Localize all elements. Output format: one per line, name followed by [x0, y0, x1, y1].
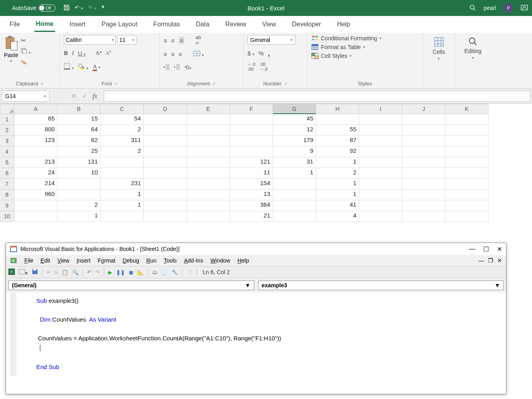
vba-menu-tools[interactable]: Tools: [164, 257, 177, 264]
row-header[interactable]: 6: [0, 168, 14, 179]
borders-icon[interactable]: ▾: [64, 63, 74, 71]
column-header[interactable]: G: [273, 104, 316, 114]
column-header[interactable]: C: [101, 104, 144, 114]
column-header[interactable]: J: [402, 104, 445, 114]
conditional-formatting-button[interactable]: Conditional Formatting ▾: [311, 35, 382, 41]
cell[interactable]: [101, 211, 144, 222]
cell[interactable]: 10: [57, 168, 101, 179]
vba-menu-window[interactable]: Window: [210, 257, 230, 264]
row-header[interactable]: 7: [0, 179, 14, 190]
cancel-formula-icon[interactable]: ✕: [71, 92, 76, 100]
cell[interactable]: [273, 211, 316, 222]
cell[interactable]: [359, 190, 402, 200]
cell[interactable]: [359, 157, 402, 168]
vba-undo-icon[interactable]: ↶: [87, 269, 91, 275]
cell[interactable]: 2: [101, 146, 144, 157]
cell[interactable]: 123: [14, 136, 57, 146]
cell[interactable]: 11: [230, 168, 273, 179]
cell[interactable]: 62: [57, 136, 101, 146]
cell[interactable]: [402, 146, 445, 157]
cell[interactable]: [230, 125, 273, 136]
cell[interactable]: [57, 179, 101, 190]
align-center-icon[interactable]: ≡: [171, 51, 175, 57]
vba-code-pane[interactable]: Sub example3() Dim CountValues As Varian…: [10, 292, 506, 376]
font-dialog-icon[interactable]: ⤢: [115, 81, 118, 86]
cell[interactable]: [144, 136, 187, 146]
vba-save-icon[interactable]: [32, 269, 38, 276]
orientation-icon[interactable]: ⟲▾: [184, 64, 192, 71]
cell[interactable]: 13: [230, 190, 273, 200]
column-header[interactable]: F: [230, 104, 273, 114]
cell[interactable]: [402, 157, 445, 168]
cell[interactable]: [359, 136, 402, 146]
cell[interactable]: 2: [316, 168, 359, 179]
cell[interactable]: [144, 114, 187, 125]
row-header[interactable]: 10: [0, 211, 14, 222]
cell[interactable]: 364: [230, 200, 273, 211]
cell[interactable]: 54: [101, 114, 144, 125]
cell[interactable]: [402, 190, 445, 200]
cell[interactable]: [445, 146, 488, 157]
align-left-icon[interactable]: ≡: [164, 51, 167, 57]
cell[interactable]: [187, 125, 230, 136]
cell[interactable]: 87: [316, 136, 359, 146]
align-top-icon[interactable]: ≡: [164, 37, 167, 44]
row-header[interactable]: 3: [0, 136, 14, 146]
percent-icon[interactable]: %: [259, 50, 264, 57]
vba-menu-addins[interactable]: Add-Ins: [184, 257, 203, 264]
vba-paste-icon[interactable]: 📋: [62, 269, 68, 275]
save-icon[interactable]: [63, 4, 70, 12]
cell[interactable]: [144, 125, 187, 136]
cell[interactable]: [402, 125, 445, 136]
vba-menu-debug[interactable]: Debug: [123, 257, 139, 264]
cell[interactable]: [273, 200, 316, 211]
autosave-toggle[interactable]: Off: [39, 4, 55, 12]
vba-cut-icon[interactable]: ✂: [46, 269, 51, 275]
tab-help[interactable]: Help: [335, 18, 352, 31]
italic-button[interactable]: I: [72, 50, 74, 57]
vba-reset-icon[interactable]: ◼: [129, 269, 133, 275]
qat-customize-icon[interactable]: ▼: [101, 4, 105, 12]
row-header[interactable]: 9: [0, 200, 14, 211]
vba-child-minimize-icon[interactable]: —: [479, 257, 484, 264]
vba-properties-icon[interactable]: 🧾: [161, 269, 168, 275]
cell[interactable]: [402, 168, 445, 179]
decrease-decimal-icon[interactable]: .00→.0: [259, 62, 267, 71]
row-header[interactable]: 4: [0, 146, 14, 157]
cell[interactable]: [273, 190, 316, 200]
cell[interactable]: [14, 200, 57, 211]
cell[interactable]: [144, 200, 187, 211]
cell[interactable]: 231: [101, 179, 144, 190]
cell-styles-button[interactable]: Cell Styles ▾: [311, 53, 382, 59]
increase-font-icon[interactable]: A▴: [95, 49, 102, 57]
cell[interactable]: [445, 211, 488, 222]
column-header[interactable]: A: [14, 104, 57, 114]
cell[interactable]: [230, 136, 273, 146]
cell[interactable]: [402, 211, 445, 222]
cell[interactable]: 21: [230, 211, 273, 222]
row-header[interactable]: 2: [0, 125, 14, 136]
cell[interactable]: 55: [316, 125, 359, 136]
font-color-icon[interactable]: A ▾: [93, 63, 101, 70]
merge-icon[interactable]: ▾: [193, 51, 204, 57]
vba-maximize-icon[interactable]: ☐: [483, 245, 489, 253]
cell[interactable]: 1: [316, 157, 359, 168]
vba-insert-module-icon[interactable]: ▾: [19, 269, 28, 276]
cell[interactable]: 45: [273, 114, 316, 125]
format-painter-icon[interactable]: [21, 59, 31, 67]
cell[interactable]: [402, 114, 445, 125]
vba-procedure-select[interactable]: example3▼: [258, 280, 504, 290]
format-as-table-button[interactable]: Format as Table ▾: [311, 44, 382, 50]
cell[interactable]: [101, 168, 144, 179]
cell[interactable]: 1: [273, 168, 316, 179]
tab-data[interactable]: Data: [194, 18, 211, 31]
cell[interactable]: 25: [57, 146, 101, 157]
select-all-corner[interactable]: [0, 104, 14, 114]
cell[interactable]: 1: [57, 211, 101, 222]
cell[interactable]: [187, 136, 230, 146]
column-header[interactable]: D: [144, 104, 187, 114]
cell[interactable]: [445, 136, 488, 146]
number-format-select[interactable]: General▾: [247, 35, 295, 45]
vba-menu-format[interactable]: Format: [98, 257, 115, 264]
cell[interactable]: 1: [101, 200, 144, 211]
